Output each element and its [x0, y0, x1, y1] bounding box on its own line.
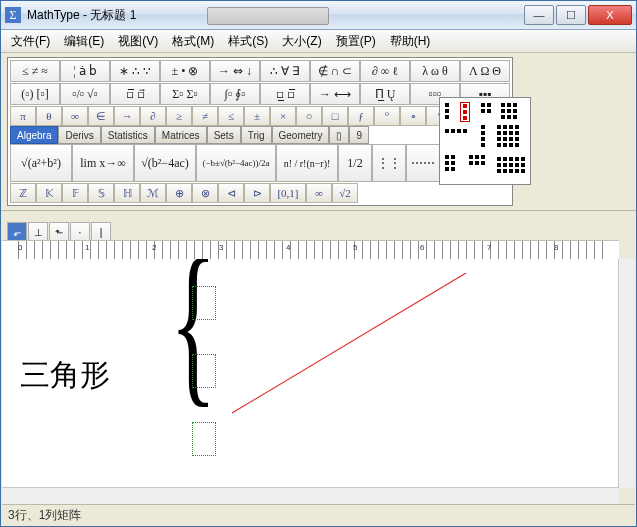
key-Z[interactable]: ℤ — [10, 183, 36, 203]
vertical-scrollbar[interactable] — [618, 259, 635, 488]
menu-size[interactable]: 大小(Z) — [276, 31, 327, 52]
matrix-custom-1[interactable] — [444, 154, 456, 172]
palette-fence[interactable]: (▫) [▫] — [10, 83, 60, 105]
tpl-sqrt-ab[interactable]: √(a²+b²) — [10, 144, 72, 182]
key-inf2[interactable]: ∞ — [306, 183, 332, 203]
menu-style[interactable]: 样式(S) — [222, 31, 274, 52]
key-interval[interactable]: [0,1] — [270, 183, 306, 203]
key-F[interactable]: 𝔽 — [62, 183, 88, 203]
tpl-half[interactable]: 1/2 — [338, 144, 372, 182]
palette-overbar[interactable]: ▫̅ ▫⃗ — [110, 83, 160, 105]
palette-relation[interactable]: ≤ ≠ ≈ — [10, 60, 60, 82]
matrix-3x1-selected[interactable] — [460, 102, 470, 122]
key-compose[interactable]: ∘ — [400, 106, 426, 126]
tab-blank[interactable]: ▯ — [329, 126, 349, 144]
matrix-custom-3[interactable] — [496, 156, 526, 174]
tab-9[interactable]: 9 — [349, 126, 369, 144]
palette-misc[interactable]: ∂ ∞ ℓ — [360, 60, 410, 82]
matrix-4x1[interactable] — [480, 124, 486, 148]
key-arrow[interactable]: → — [114, 106, 140, 126]
menu-view[interactable]: 视图(V) — [112, 31, 164, 52]
key-H[interactable]: ℍ — [114, 183, 140, 203]
close-button[interactable]: X — [588, 5, 632, 25]
tpl-limit[interactable]: lim x→∞ — [72, 144, 134, 182]
key-element[interactable]: ∈ — [88, 106, 114, 126]
palette-sum[interactable]: Σ▫ Σ▫ — [160, 83, 210, 105]
matrix-3x3[interactable] — [500, 102, 518, 120]
tpl-hdots[interactable]: ⋯⋯ — [406, 144, 440, 182]
tpl-quadratic[interactable]: (−b±√(b²−4ac))/2a — [196, 144, 276, 182]
key-sqrt2[interactable]: √2 — [332, 183, 358, 203]
palette-arrow[interactable]: → ⇔ ↓ — [210, 60, 260, 82]
palette-integral[interactable]: ∫▫ ∮▫ — [210, 83, 260, 105]
key-ne[interactable]: ≠ — [192, 106, 218, 126]
key-pm[interactable]: ± — [244, 106, 270, 126]
palette-product[interactable]: Π̲ Ų — [360, 83, 410, 105]
key-oplus[interactable]: ⊕ — [166, 183, 192, 203]
palette-fraction[interactable]: ▫/▫ √▫ — [60, 83, 110, 105]
tab-geometry[interactable]: Geometry — [272, 126, 330, 144]
tpl-discriminant[interactable]: √(b²−4ac) — [134, 144, 196, 182]
palette-operator[interactable]: ± • ⊗ — [160, 60, 210, 82]
horizontal-scrollbar[interactable] — [2, 487, 619, 504]
key-partial[interactable]: ∂ — [140, 106, 166, 126]
menu-preset[interactable]: 预置(P) — [330, 31, 382, 52]
equation-text[interactable]: 三角形 — [20, 355, 110, 396]
palette-dots[interactable]: ∗ ∴ ∵ — [110, 60, 160, 82]
title-bar[interactable]: Σ MathType - 无标题 1 — ☐ X — [1, 1, 636, 30]
palette-underover[interactable]: ▫̲ ▫̅ — [260, 83, 310, 105]
tabstop-decimal-icon[interactable]: · — [70, 222, 90, 242]
key-degree[interactable]: ° — [374, 106, 400, 126]
docked-toolbar[interactable] — [207, 7, 329, 25]
maximize-button[interactable]: ☐ — [556, 5, 586, 25]
tpl-combination[interactable]: n! / r!(n−r)! — [276, 144, 338, 182]
matrix-cell-1[interactable] — [192, 286, 216, 320]
key-pi[interactable]: π — [10, 106, 36, 126]
key-otimes[interactable]: ⊗ — [192, 183, 218, 203]
palette-set[interactable]: ∉ ∩ ⊂ — [310, 60, 360, 82]
tabstop-right-icon[interactable]: ⬑ — [49, 222, 69, 242]
key-le[interactable]: ≤ — [218, 106, 244, 126]
palette-logic[interactable]: ∴ ∀ ∃ — [260, 60, 310, 82]
tab-sets[interactable]: Sets — [207, 126, 241, 144]
matrix-cell-2[interactable] — [192, 354, 216, 388]
minimize-button[interactable]: — — [524, 5, 554, 25]
edit-canvas[interactable]: 三角形 { — [2, 259, 635, 488]
matrix-2x2[interactable] — [480, 102, 492, 114]
key-square[interactable]: □ — [322, 106, 348, 126]
horizontal-ruler[interactable]: 0 1 2 3 4 5 6 7 8 — [2, 240, 619, 260]
key-K[interactable]: 𝕂 — [36, 183, 62, 203]
menu-edit[interactable]: 编辑(E) — [58, 31, 110, 52]
tab-matrices[interactable]: Matrices — [155, 126, 207, 144]
menu-file[interactable]: 文件(F) — [5, 31, 56, 52]
tabstop-bar-icon[interactable]: | — [91, 222, 111, 242]
tab-trig[interactable]: Trig — [241, 126, 272, 144]
tpl-vdots[interactable]: ⋮⋮ — [372, 144, 406, 182]
matrix-custom-2[interactable] — [468, 154, 486, 166]
key-f[interactable]: ƒ — [348, 106, 374, 126]
key-infinity[interactable]: ∞ — [62, 106, 88, 126]
matrix-4x4[interactable] — [496, 124, 520, 148]
key-rtri[interactable]: ⊳ — [244, 183, 270, 203]
key-circle[interactable]: ○ — [296, 106, 322, 126]
menu-format[interactable]: 格式(M) — [166, 31, 220, 52]
key-ge[interactable]: ≥ — [166, 106, 192, 126]
key-theta[interactable]: θ — [36, 106, 62, 126]
palette-greek-upper[interactable]: Λ Ω Θ — [460, 60, 510, 82]
palette-accent[interactable]: ¦ ȧ ḃ — [60, 60, 110, 82]
palette-greek-lower[interactable]: λ ω θ — [410, 60, 460, 82]
tabstop-center-icon[interactable]: ⊥ — [28, 222, 48, 242]
matrix-cell-3[interactable] — [192, 422, 216, 456]
tab-algebra[interactable]: Algebra — [10, 126, 58, 144]
key-ltri[interactable]: ⊲ — [218, 183, 244, 203]
tab-statistics[interactable]: Statistics — [101, 126, 155, 144]
key-M[interactable]: ℳ — [140, 183, 166, 203]
key-times[interactable]: × — [270, 106, 296, 126]
matrix-1x4[interactable] — [444, 128, 468, 134]
menu-help[interactable]: 帮助(H) — [384, 31, 437, 52]
tabstop-left-icon[interactable]: ⬐ — [7, 222, 27, 242]
palette-long-arrow[interactable]: → ⟷ — [310, 83, 360, 105]
tab-derivs[interactable]: Derivs — [58, 126, 100, 144]
key-S[interactable]: 𝕊 — [88, 183, 114, 203]
matrix-1x3-col[interactable] — [444, 102, 450, 120]
